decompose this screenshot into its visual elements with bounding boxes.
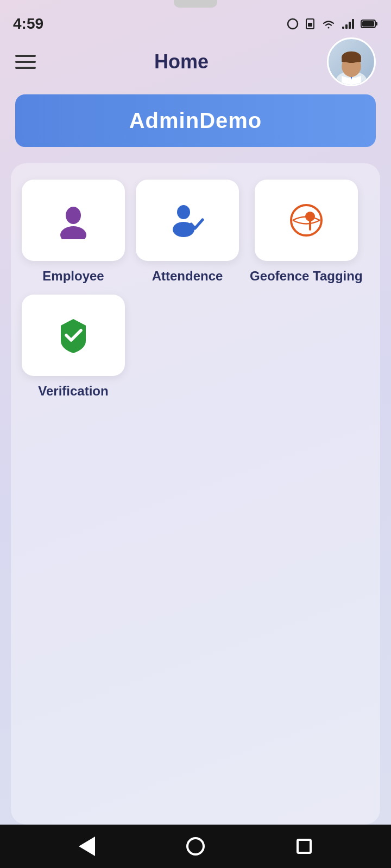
attendence-icon bbox=[168, 201, 206, 239]
status-time: 4:59 bbox=[13, 15, 43, 33]
svg-point-16 bbox=[60, 226, 86, 239]
verification-item[interactable]: Verification bbox=[22, 295, 125, 399]
status-icons bbox=[287, 18, 378, 30]
grid-row-2: Verification bbox=[22, 295, 369, 399]
geofence-icon-card bbox=[255, 180, 358, 261]
page-title: Home bbox=[154, 50, 209, 73]
svg-rect-6 bbox=[352, 19, 354, 29]
svg-rect-8 bbox=[375, 22, 377, 25]
menu-line-1 bbox=[15, 55, 36, 57]
signal-icon bbox=[341, 18, 355, 30]
svg-rect-2 bbox=[308, 23, 312, 27]
admin-banner[interactable]: AdminDemo bbox=[15, 94, 376, 147]
verification-icon bbox=[54, 316, 92, 354]
home-icon bbox=[186, 837, 205, 856]
back-button[interactable] bbox=[73, 833, 100, 860]
geofence-label: Geofence Tagging bbox=[250, 269, 363, 284]
attendence-icon-card bbox=[136, 180, 239, 261]
employee-label: Employee bbox=[42, 269, 104, 284]
svg-rect-9 bbox=[362, 21, 374, 27]
svg-rect-14 bbox=[342, 57, 361, 62]
svg-point-0 bbox=[288, 19, 298, 29]
recent-button[interactable] bbox=[291, 833, 318, 860]
svg-point-19 bbox=[291, 205, 321, 235]
menu-button[interactable] bbox=[15, 55, 36, 69]
notch bbox=[174, 0, 217, 8]
bottom-nav bbox=[0, 825, 391, 868]
attendence-label: Attendence bbox=[152, 269, 223, 284]
recent-icon bbox=[297, 839, 312, 854]
svg-rect-5 bbox=[349, 22, 351, 29]
back-icon bbox=[79, 837, 95, 856]
geofence-item[interactable]: Geofence Tagging bbox=[250, 180, 363, 284]
circle-status-icon bbox=[287, 18, 299, 30]
grid-row-1: Employee Attendence bbox=[22, 180, 369, 284]
sim-icon bbox=[304, 18, 316, 30]
verification-icon-card bbox=[22, 295, 125, 376]
attendence-item[interactable]: Attendence bbox=[136, 180, 239, 284]
phone-frame: 4:59 bbox=[0, 0, 391, 868]
main-card: Employee Attendence bbox=[11, 163, 380, 825]
svg-rect-3 bbox=[342, 27, 344, 29]
menu-line-2 bbox=[15, 61, 36, 63]
status-bar: 4:59 bbox=[0, 8, 391, 40]
admin-name: AdminDemo bbox=[129, 108, 262, 132]
svg-rect-4 bbox=[345, 24, 348, 29]
geofence-icon bbox=[287, 201, 325, 239]
menu-line-3 bbox=[15, 67, 36, 69]
home-button[interactable] bbox=[182, 833, 209, 860]
top-bar: Home bbox=[0, 40, 391, 84]
wifi-icon bbox=[321, 18, 336, 30]
verification-label: Verification bbox=[38, 384, 108, 399]
svg-point-17 bbox=[177, 205, 190, 219]
svg-point-15 bbox=[66, 207, 81, 224]
battery-icon bbox=[361, 18, 378, 30]
employee-icon bbox=[54, 201, 92, 239]
employee-icon-card bbox=[22, 180, 125, 261]
avatar[interactable] bbox=[327, 37, 376, 86]
avatar-image bbox=[330, 41, 373, 85]
employee-item[interactable]: Employee bbox=[22, 180, 125, 284]
